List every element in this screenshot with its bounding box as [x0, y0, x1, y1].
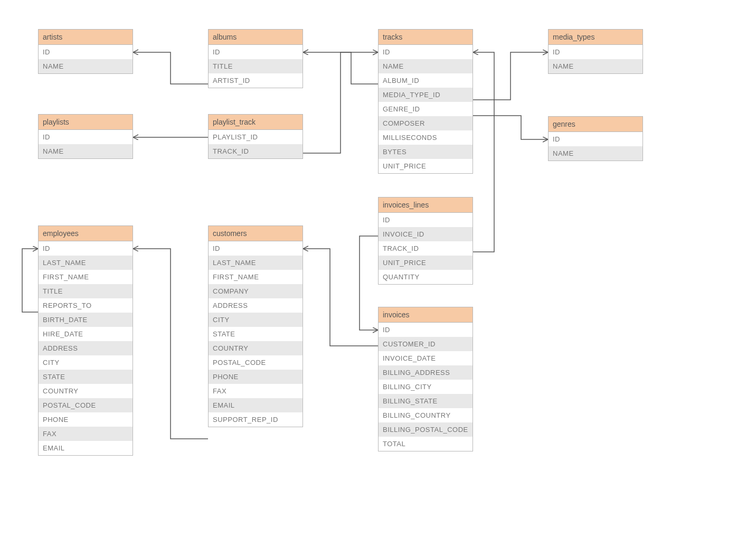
table-field: CUSTOMER_ID — [379, 337, 472, 351]
table-field: PHONE — [39, 412, 133, 427]
table-customers[interactable]: customersIDLAST_NAMEFIRST_NAMECOMPANYADD… — [208, 225, 303, 427]
table-field: PHONE — [209, 370, 303, 384]
table-field: ALBUM_ID — [379, 73, 472, 88]
table-field: ADDRESS — [209, 298, 303, 313]
table-tracks[interactable]: tracksIDNAMEALBUM_IDMEDIA_TYPE_IDGENRE_I… — [378, 29, 473, 174]
table-field: TOTAL — [379, 437, 472, 451]
table-field: FAX — [209, 384, 303, 398]
table-field: ARTIST_ID — [209, 73, 303, 88]
table-header: playlist_track — [209, 115, 303, 130]
table-header: genres — [549, 117, 642, 132]
table-field: ID — [39, 130, 133, 144]
table-field: COUNTRY — [209, 341, 303, 355]
table-field: TRACK_ID — [379, 241, 472, 256]
table-field: MILLISECONDS — [379, 130, 472, 145]
table-playlists[interactable]: playlistsIDNAME — [38, 114, 133, 159]
table-field: LAST_NAME — [209, 256, 303, 270]
table-field: POSTAL_CODE — [209, 355, 303, 370]
table-field: CITY — [209, 313, 303, 327]
table-field: EMAIL — [39, 441, 133, 455]
table-field: LAST_NAME — [39, 256, 133, 270]
table-genres[interactable]: genresIDNAME — [548, 116, 643, 161]
table-employees[interactable]: employeesIDLAST_NAMEFIRST_NAMETITLEREPOR… — [38, 225, 133, 456]
table-field: TITLE — [209, 59, 303, 73]
table-field: FIRST_NAME — [209, 270, 303, 284]
table-field: INVOICE_ID — [379, 227, 472, 241]
table-field: COMPANY — [209, 284, 303, 298]
table-field: NAME — [379, 59, 472, 73]
table-field: NAME — [39, 144, 133, 158]
relationship-connector — [473, 116, 548, 139]
table-field: GENRE_ID — [379, 102, 472, 116]
table-field: BILLING_STATE — [379, 394, 472, 408]
table-field: HIRE_DATE — [39, 327, 133, 341]
table-field: ID — [379, 213, 472, 227]
table-field: NAME — [549, 59, 642, 73]
table-field: ID — [379, 323, 472, 337]
table-field: COMPOSER — [379, 116, 472, 130]
table-field: CITY — [39, 355, 133, 370]
table-field: BIRTH_DATE — [39, 313, 133, 327]
relationship-connector — [133, 52, 208, 84]
table-field: REPORTS_TO — [39, 298, 133, 313]
relationship-connector — [473, 52, 494, 252]
table-field: BILLING_POSTAL_CODE — [379, 422, 472, 437]
table-field: FIRST_NAME — [39, 270, 133, 284]
relationship-connector — [473, 52, 548, 100]
table-field: STATE — [209, 327, 303, 341]
table-field: TITLE — [39, 284, 133, 298]
table-field: POSTAL_CODE — [39, 398, 133, 412]
table-field: TRACK_ID — [209, 144, 303, 158]
table-field: NAME — [549, 146, 642, 161]
table-header: tracks — [379, 30, 472, 45]
table-albums[interactable]: albumsIDTITLEARTIST_ID — [208, 29, 303, 88]
table-field: BILLING_ADDRESS — [379, 365, 472, 380]
table-field: BILLING_CITY — [379, 380, 472, 394]
table-field: ID — [209, 241, 303, 256]
table-field: ID — [379, 45, 472, 59]
table-field: MEDIA_TYPE_ID — [379, 88, 472, 102]
table-invoices_lines[interactable]: invoices_linesIDINVOICE_IDTRACK_IDUNIT_P… — [378, 197, 473, 285]
table-field: ID — [39, 241, 133, 256]
table-field: BYTES — [379, 145, 472, 159]
table-field: ADDRESS — [39, 341, 133, 355]
table-header: employees — [39, 226, 133, 241]
er-diagram-canvas: artistsIDNAMEalbumsIDTITLEARTIST_IDtrack… — [0, 0, 756, 546]
relationship-connector — [133, 249, 208, 439]
table-header: playlists — [39, 115, 133, 130]
table-header: invoices — [379, 307, 472, 323]
table-field: EMAIL — [209, 398, 303, 412]
table-field: ID — [209, 45, 303, 59]
table-field: STATE — [39, 370, 133, 384]
relationship-connector — [303, 52, 378, 153]
relationship-connector — [360, 236, 378, 330]
table-field: ID — [549, 132, 642, 146]
table-header: artists — [39, 30, 133, 45]
table-invoices[interactable]: invoicesIDCUSTOMER_IDINVOICE_DATEBILLING… — [378, 307, 473, 451]
table-header: media_types — [549, 30, 642, 45]
relationship-connector — [303, 52, 378, 84]
table-media_types[interactable]: media_typesIDNAME — [548, 29, 643, 74]
table-field: INVOICE_DATE — [379, 351, 472, 365]
table-field: PLAYLIST_ID — [209, 130, 303, 144]
table-field: SUPPORT_REP_ID — [209, 412, 303, 427]
table-field: UNIT_PRICE — [379, 159, 472, 173]
table-field: COUNTRY — [39, 384, 133, 398]
table-field: ID — [39, 45, 133, 59]
table-field: QUANTITY — [379, 270, 472, 284]
table-field: BILLING_COUNTRY — [379, 408, 472, 422]
table-field: UNIT_PRICE — [379, 256, 472, 270]
table-header: customers — [209, 226, 303, 241]
table-artists[interactable]: artistsIDNAME — [38, 29, 133, 74]
table-playlist_track[interactable]: playlist_trackPLAYLIST_IDTRACK_ID — [208, 114, 303, 159]
table-field: ID — [549, 45, 642, 59]
table-header: invoices_lines — [379, 197, 472, 213]
table-field: NAME — [39, 59, 133, 73]
table-field: FAX — [39, 427, 133, 441]
relationship-connector — [22, 249, 38, 312]
relationship-connector — [303, 249, 378, 346]
table-header: albums — [209, 30, 303, 45]
